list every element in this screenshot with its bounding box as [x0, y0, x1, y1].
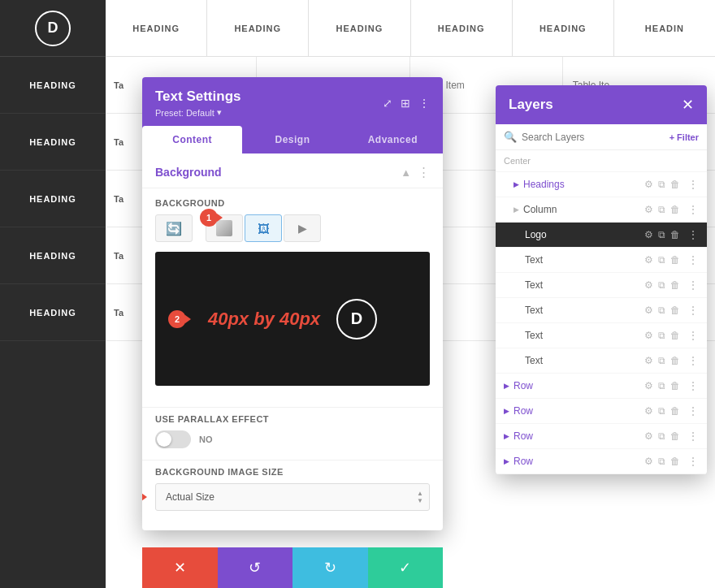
settings-icon[interactable]: ⚙ [644, 279, 653, 291]
duplicate-icon[interactable]: ⧉ [658, 456, 665, 467]
duplicate-icon[interactable]: ⧉ [658, 279, 665, 291]
bg-type-gradient[interactable]: 1 [206, 214, 243, 242]
settings-icon[interactable]: ⚙ [644, 254, 653, 266]
save-button[interactable]: ✓ [368, 547, 444, 588]
list-item-text-5[interactable]: Text ⚙ ⧉ 🗑 ⋮ [496, 348, 707, 374]
layers-header: Layers ✕ [496, 85, 707, 124]
duplicate-icon[interactable]: ⧉ [658, 405, 665, 417]
delete-icon[interactable]: 🗑 [670, 430, 680, 442]
delete-icon[interactable]: 🗑 [670, 305, 680, 316]
duplicate-icon[interactable]: ⧉ [658, 179, 665, 190]
list-item-row-2[interactable]: ▶ Row ⚙ ⧉ 🗑 ⋮ [496, 399, 707, 424]
list-item-text-2[interactable]: Text ⚙ ⧉ 🗑 ⋮ [496, 273, 707, 298]
image-size-select[interactable]: Actual Size [155, 483, 430, 511]
settings-icon[interactable]: ⚙ [644, 204, 653, 215]
list-item-headings[interactable]: ▶ Headings ⚙ ⧉ 🗑 ⋮ [496, 172, 707, 197]
cancel-button[interactable]: ✕ [142, 547, 218, 588]
filter-button[interactable]: + Filter [670, 132, 699, 142]
duplicate-icon[interactable]: ⧉ [658, 305, 665, 316]
duplicate-icon[interactable]: ⧉ [658, 229, 665, 240]
bg-type-color[interactable]: 🔄 [155, 214, 193, 242]
duplicate-icon[interactable]: ⧉ [658, 254, 665, 266]
delete-icon[interactable]: 🗑 [670, 204, 680, 215]
bg-type-video[interactable]: ▶ [284, 214, 321, 242]
image-size-label: Background Image Size [155, 467, 430, 477]
list-item-logo[interactable]: Logo ⚙ ⧉ 🗑 ⋮ [496, 223, 707, 248]
redo-button[interactable]: ↻ [292, 547, 368, 588]
more-icon[interactable]: ⋮ [418, 97, 430, 110]
list-item-row-4[interactable]: ▶ Row ⚙ ⧉ 🗑 ⋮ [496, 449, 707, 474]
expand-icon[interactable]: ⤢ [383, 97, 392, 110]
settings-icon[interactable]: ⚙ [644, 179, 653, 190]
delete-icon[interactable]: 🗑 [670, 355, 680, 366]
layers-panel: Layers ✕ 🔍 + Filter Center ▶ Headings ⚙ … [496, 85, 707, 474]
delete-icon[interactable]: 🗑 [670, 229, 680, 240]
chevron-down-icon: ▼ [417, 498, 423, 504]
settings-icon[interactable]: ⚙ [644, 355, 653, 366]
tab-content[interactable]: Content [142, 126, 242, 153]
sidebar-item-3[interactable]: HEADING [0, 227, 106, 284]
list-item-text-4[interactable]: Text ⚙ ⧉ 🗑 ⋮ [496, 323, 707, 348]
sidebar-item-1[interactable]: HEADING [0, 114, 106, 171]
delete-icon[interactable]: 🗑 [670, 279, 680, 291]
tab-design[interactable]: Design [242, 126, 342, 153]
delete-icon[interactable]: 🗑 [670, 380, 680, 391]
list-item-text-1[interactable]: Text ⚙ ⧉ 🗑 ⋮ [496, 248, 707, 273]
duplicate-icon[interactable]: ⧉ [658, 380, 665, 391]
duplicate-icon[interactable]: ⧉ [658, 355, 665, 366]
delete-icon[interactable]: 🗑 [670, 254, 680, 266]
parallax-section: Use Parallax Effect NO [142, 407, 443, 460]
more-icon[interactable]: ⋮ [687, 329, 699, 342]
more-icon[interactable]: ⋮ [687, 279, 699, 292]
layers-close-button[interactable]: ✕ [682, 97, 694, 112]
chevron-down-icon: ▾ [217, 107, 222, 118]
sidebar-item-2[interactable]: HEADING [0, 171, 106, 227]
list-item-text-3[interactable]: Text ⚙ ⧉ 🗑 ⋮ [496, 298, 707, 323]
parallax-toggle[interactable] [155, 430, 191, 448]
delete-icon[interactable]: 🗑 [670, 405, 680, 417]
preview-divi-logo: D [336, 299, 377, 339]
more-icon[interactable]: ⋮ [687, 203, 699, 216]
duplicate-icon[interactable]: ⧉ [658, 430, 665, 442]
settings-icon[interactable]: ⚙ [644, 430, 653, 442]
duplicate-icon[interactable]: ⧉ [658, 204, 665, 215]
settings-icon[interactable]: ⚙ [644, 305, 653, 316]
section-more-icon[interactable]: ⋮ [418, 165, 430, 179]
settings-icon[interactable]: ⚙ [644, 456, 653, 467]
chevron-icon: ▶ [504, 382, 509, 390]
list-item-row-1[interactable]: ▶ Row ⚙ ⧉ 🗑 ⋮ [496, 374, 707, 399]
delete-icon[interactable]: 🗑 [670, 179, 680, 190]
more-icon[interactable]: ⋮ [687, 228, 699, 241]
chevron-up-icon[interactable]: ▲ [401, 166, 411, 179]
more-icon[interactable]: ⋮ [687, 430, 699, 443]
settings-icon[interactable]: ⚙ [644, 405, 653, 417]
section-title: Background [155, 166, 222, 179]
reset-button[interactable]: ↺ [218, 547, 293, 588]
toggle-label: NO [199, 435, 213, 444]
more-icon[interactable]: ⋮ [687, 304, 699, 317]
list-item-row-3[interactable]: ▶ Row ⚙ ⧉ 🗑 ⋮ [496, 424, 707, 449]
settings-icon[interactable]: ⚙ [644, 330, 653, 341]
layers-search-input[interactable] [522, 132, 665, 143]
sidebar-item-4[interactable]: HEADING [0, 284, 106, 341]
more-icon[interactable]: ⋮ [687, 404, 699, 417]
more-icon[interactable]: ⋮ [687, 178, 699, 191]
delete-icon[interactable]: 🗑 [670, 330, 680, 341]
image-icon: 🖼 [258, 222, 270, 236]
list-item-column[interactable]: ▶ Column ⚙ ⧉ 🗑 ⋮ [496, 197, 707, 223]
header-col-3: HEADING [411, 0, 513, 56]
delete-icon[interactable]: 🗑 [670, 456, 680, 467]
more-icon[interactable]: ⋮ [687, 379, 699, 392]
bg-type-buttons: 🔄 1 🖼 ▶ [155, 214, 430, 242]
columns-icon[interactable]: ⊞ [401, 97, 410, 110]
more-icon[interactable]: ⋮ [687, 455, 699, 468]
tab-advanced[interactable]: Advanced [343, 126, 443, 153]
chevron-up-icon: ▲ [417, 491, 423, 497]
duplicate-icon[interactable]: ⧉ [658, 330, 665, 341]
settings-icon[interactable]: ⚙ [644, 380, 653, 391]
settings-icon[interactable]: ⚙ [644, 229, 653, 240]
sidebar-item-0[interactable]: HEADING [0, 57, 106, 114]
more-icon[interactable]: ⋮ [687, 253, 699, 266]
more-icon[interactable]: ⋮ [687, 354, 699, 367]
bg-type-image[interactable]: 🖼 [245, 214, 282, 242]
